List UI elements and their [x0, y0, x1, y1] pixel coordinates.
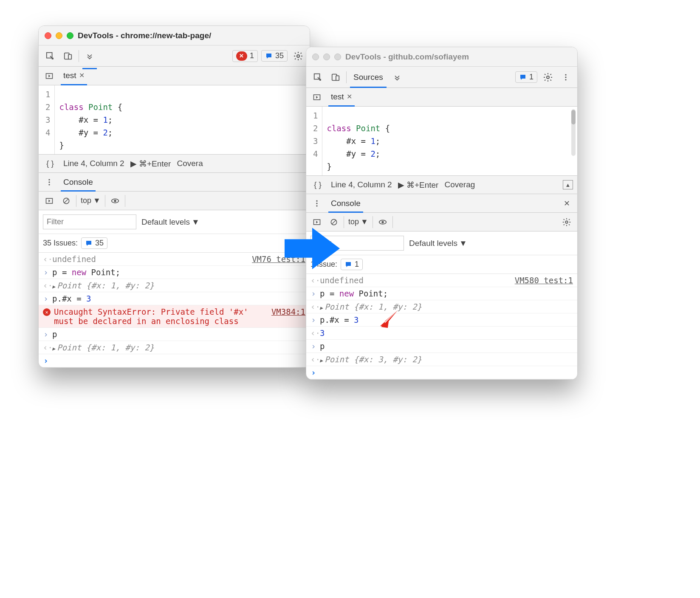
coverage-button[interactable]: Coverag [444, 180, 475, 189]
minimize-icon[interactable] [323, 54, 330, 60]
code-content[interactable]: class Point { #x = 1; #y = 2; } [55, 85, 127, 154]
main-toolbar: Sources 1 [306, 67, 577, 88]
svg-line-10 [64, 199, 68, 203]
error-icon: ✕ [43, 308, 51, 316]
svg-point-29 [565, 221, 568, 223]
drawer-tab-console[interactable]: Console [328, 194, 363, 213]
divider [344, 216, 344, 228]
issues-pill[interactable]: 35 [81, 237, 107, 249]
svg-point-7 [48, 184, 50, 185]
device-toggle-icon[interactable] [328, 70, 343, 85]
drawer-tab-console[interactable]: Console [61, 173, 96, 192]
levels-select[interactable]: Default levels▼ [409, 239, 467, 248]
code-content[interactable]: class Point { #x = 1; #y = 2; } [322, 107, 394, 175]
more-tabs-icon[interactable] [82, 49, 97, 63]
inspect-icon[interactable] [310, 70, 325, 85]
more-menu-icon[interactable] [42, 175, 56, 189]
more-menu-icon[interactable] [310, 196, 324, 211]
navigator-toggle-icon[interactable] [42, 69, 56, 83]
main-toolbar: ✕ 1 35 [39, 45, 310, 67]
console-log[interactable]: ‹· undefined VM76 test:1 › p = new Point… [39, 253, 310, 367]
more-menu-icon[interactable] [559, 70, 573, 85]
svg-point-12 [114, 200, 116, 202]
zoom-icon[interactable] [334, 54, 341, 60]
issues-badge[interactable]: 1 [515, 71, 537, 83]
more-tabs-icon[interactable] [390, 70, 404, 85]
run-snippet-button[interactable]: ▶ ⌘+Enter [398, 180, 439, 190]
titlebar[interactable]: DevTools - github.com/sofiayem [306, 47, 577, 67]
issues-pill[interactable]: 1 [341, 259, 363, 270]
log-input[interactable]: › p.#x = 3 [39, 292, 310, 305]
close-icon[interactable] [45, 32, 51, 39]
source-link[interactable]: VM580 test:1 [515, 276, 573, 285]
file-tabs: test ✕ [306, 88, 577, 107]
divider [79, 50, 79, 62]
code-editor[interactable]: 1 2 3 4 class Point { #x = 1; #y = 2; } [39, 85, 310, 154]
editor-statusbar: { } Line 4, Column 2 ▶ ⌘+Enter Covera [39, 154, 310, 173]
divider [105, 195, 105, 207]
inspect-icon[interactable] [43, 49, 57, 63]
close-icon[interactable]: ✕ [347, 87, 352, 106]
transition-arrow-icon [285, 225, 340, 272]
collapse-drawer-icon[interactable]: ▲ [563, 180, 573, 189]
source-link[interactable]: VM384:1 [271, 307, 305, 316]
log-error[interactable]: ✕ Uncaught SyntaxError: Private field '#… [39, 305, 310, 328]
minimize-icon[interactable] [56, 32, 62, 39]
console-settings-gear-icon[interactable] [559, 215, 574, 229]
settings-gear-icon[interactable] [541, 70, 555, 85]
navigator-toggle-icon[interactable] [310, 90, 324, 104]
log-result[interactable]: ‹· Point {#x: 3, #y: 2} [306, 353, 577, 366]
console-prompt[interactable]: › [39, 354, 310, 367]
live-expression-icon[interactable] [108, 194, 122, 208]
svg-point-17 [565, 74, 566, 75]
svg-point-5 [48, 179, 50, 180]
titlebar[interactable]: DevTools - chrome://new-tab-page/ [39, 26, 310, 45]
log-result[interactable]: ‹· Point {#x: 1, #y: 2} [39, 279, 310, 292]
console-log[interactable]: ‹· undefined VM580 test:1 › p = new Poin… [306, 274, 577, 379]
clear-console-icon[interactable] [59, 194, 73, 208]
tab-sources[interactable]: Sources [350, 67, 387, 88]
issues-row[interactable]: 35 Issues: 35 [39, 234, 310, 253]
devtools-window-after: DevTools - github.com/sofiayem Sources 1 [306, 47, 578, 380]
log-input[interactable]: › p [306, 340, 577, 353]
live-expression-icon[interactable] [375, 215, 390, 229]
scrollbar-thumb[interactable] [571, 110, 576, 124]
divider [373, 216, 373, 228]
log-result[interactable]: ‹· undefined VM580 test:1 [306, 274, 577, 287]
traffic-lights [45, 32, 73, 39]
error-badge[interactable]: ✕ 1 [232, 50, 258, 62]
log-result[interactable]: ‹· undefined VM76 test:1 [39, 253, 310, 266]
context-select[interactable]: top▼ [79, 195, 102, 206]
settings-gear-icon[interactable] [291, 49, 305, 63]
issues-row[interactable]: 1 Issue: 1 [306, 255, 577, 274]
log-input[interactable]: › p.#x = 3 [306, 313, 577, 327]
close-drawer-icon[interactable]: ✕ [559, 196, 574, 211]
levels-select[interactable]: Default levels▼ [141, 217, 200, 227]
log-input[interactable]: › p = new Point; [39, 266, 310, 279]
device-toggle-icon[interactable] [61, 49, 75, 63]
divider [392, 216, 393, 228]
coverage-button[interactable]: Covera [177, 159, 203, 168]
console-prompt[interactable]: › [306, 366, 577, 379]
file-tab-label: test [63, 66, 76, 85]
log-result[interactable]: ‹· 3 [306, 327, 577, 340]
code-editor[interactable]: 1 2 3 4 class Point { #x = 1; #y = 2; } [306, 107, 577, 175]
log-input[interactable]: › p [39, 328, 310, 341]
log-input[interactable]: › p = new Point; [306, 287, 577, 300]
filter-input[interactable] [43, 214, 136, 229]
zoom-icon[interactable] [67, 32, 73, 39]
svg-point-21 [316, 200, 317, 201]
file-tab-test[interactable]: test ✕ [61, 67, 87, 85]
log-result[interactable]: ‹· Point {#x: 1, #y: 2} [39, 341, 310, 354]
pretty-print-icon[interactable]: { } [310, 178, 325, 192]
run-snippet-button[interactable]: ▶ ⌘+Enter [130, 159, 171, 169]
issues-badge[interactable]: 35 [261, 50, 288, 62]
svg-point-6 [48, 181, 50, 183]
close-icon[interactable] [312, 54, 319, 60]
log-result[interactable]: ‹· Point {#x: 1, #y: 2} [306, 300, 577, 313]
annotation-arrow-icon [376, 308, 400, 333]
sidebar-toggle-icon[interactable] [42, 194, 56, 208]
file-tab-test[interactable]: test ✕ [328, 88, 355, 107]
context-select[interactable]: top▼ [347, 217, 370, 227]
pretty-print-icon[interactable]: { } [43, 156, 57, 171]
